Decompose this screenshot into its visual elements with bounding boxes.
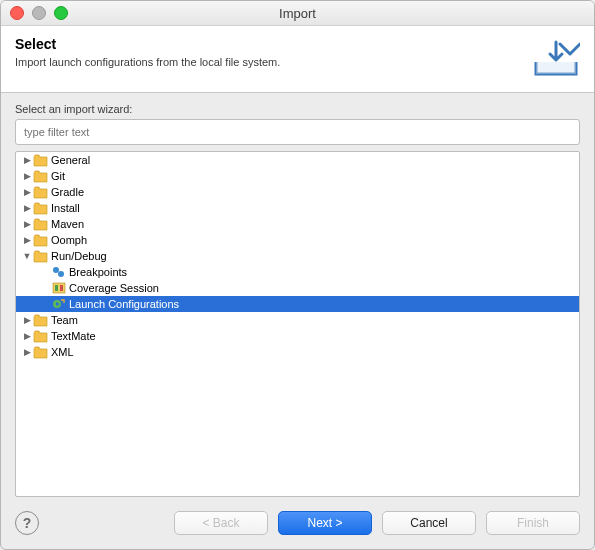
svg-point-0 (53, 267, 59, 273)
tree-item[interactable]: ▶Maven (16, 216, 579, 232)
disclosure-closed-icon[interactable]: ▶ (22, 155, 32, 165)
disclosure-closed-icon[interactable]: ▶ (22, 347, 32, 357)
help-button[interactable]: ? (15, 511, 39, 535)
tree-item[interactable]: ▶Team (16, 312, 579, 328)
tree-item[interactable]: ▶Git (16, 168, 579, 184)
tree-item[interactable]: ▶Gradle (16, 184, 579, 200)
disclosure-open-icon[interactable]: ▼ (22, 251, 32, 261)
tree-item-label: Coverage Session (68, 282, 159, 294)
folder-icon (33, 153, 49, 167)
disclosure-closed-icon[interactable]: ▶ (22, 171, 32, 181)
next-button[interactable]: Next > (278, 511, 372, 535)
tree-item-label: Gradle (50, 186, 84, 198)
tree-item-label: TextMate (50, 330, 96, 342)
svg-rect-2 (53, 283, 65, 293)
page-title: Select (15, 36, 522, 52)
wizard-footer: ? < Back Next > Cancel Finish (1, 497, 594, 549)
folder-icon (33, 217, 49, 231)
tree-item[interactable]: ▶XML (16, 344, 579, 360)
folder-icon (33, 329, 49, 343)
tree-item-label: XML (50, 346, 74, 358)
svg-rect-4 (60, 285, 63, 291)
wizard-tree[interactable]: ▶General▶Git▶Gradle▶Install▶Maven▶Oomph▼… (15, 151, 580, 497)
tree-item[interactable]: ▶Oomph (16, 232, 579, 248)
svg-point-1 (58, 271, 64, 277)
svg-rect-3 (55, 285, 58, 291)
page-subtitle: Import launch configurations from the lo… (15, 56, 522, 68)
disclosure-closed-icon[interactable]: ▶ (22, 331, 32, 341)
breakpoints-icon (51, 265, 67, 279)
disclosure-closed-icon[interactable]: ▶ (22, 187, 32, 197)
tree-item[interactable]: ▼Run/Debug (16, 248, 579, 264)
finish-button: Finish (486, 511, 580, 535)
tree-item[interactable]: Breakpoints (16, 264, 579, 280)
folder-icon (33, 233, 49, 247)
title-bar: Import (1, 1, 594, 26)
wizard-header: Select Import launch configurations from… (1, 26, 594, 93)
import-dialog: Import Select Import launch configuratio… (0, 0, 595, 550)
folder-icon (33, 169, 49, 183)
cancel-button[interactable]: Cancel (382, 511, 476, 535)
filter-label: Select an import wizard: (15, 103, 580, 115)
folder-icon (33, 345, 49, 359)
tree-item-label: Oomph (50, 234, 87, 246)
tree-item[interactable]: Launch Configurations (16, 296, 579, 312)
folder-open-icon (33, 249, 49, 263)
import-icon (532, 36, 580, 80)
tree-item[interactable]: Coverage Session (16, 280, 579, 296)
tree-item-label: Run/Debug (50, 250, 107, 262)
tree-item-label: Breakpoints (68, 266, 127, 278)
disclosure-closed-icon[interactable]: ▶ (22, 203, 32, 213)
launch-icon (51, 297, 67, 311)
folder-icon (33, 313, 49, 327)
tree-item-label: Maven (50, 218, 84, 230)
back-button: < Back (174, 511, 268, 535)
tree-item[interactable]: ▶General (16, 152, 579, 168)
tree-item-label: Install (50, 202, 80, 214)
disclosure-closed-icon[interactable]: ▶ (22, 219, 32, 229)
folder-icon (33, 185, 49, 199)
disclosure-closed-icon[interactable]: ▶ (22, 235, 32, 245)
filter-input-wrapper (15, 119, 580, 145)
tree-item-label: General (50, 154, 90, 166)
filter-input[interactable] (22, 125, 573, 139)
tree-item-label: Team (50, 314, 78, 326)
tree-item-label: Launch Configurations (68, 298, 179, 310)
tree-item-label: Git (50, 170, 65, 182)
tree-item[interactable]: ▶Install (16, 200, 579, 216)
wizard-body: Select an import wizard: ▶General▶Git▶Gr… (1, 93, 594, 497)
folder-icon (33, 201, 49, 215)
tree-item[interactable]: ▶TextMate (16, 328, 579, 344)
window-title: Import (1, 6, 594, 21)
coverage-icon (51, 281, 67, 295)
disclosure-closed-icon[interactable]: ▶ (22, 315, 32, 325)
